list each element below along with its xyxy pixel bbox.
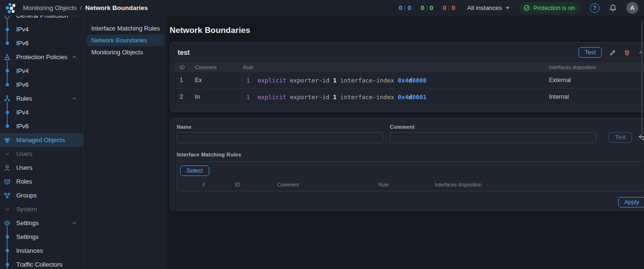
subnav: Interface Matching RulesNetwork Boundari… (83, 16, 167, 269)
cell-id: 1 (180, 77, 195, 83)
imr-column-header-interfaces-disposition: Interfaces disposition (435, 180, 482, 189)
sidebar-item-ipv4[interactable]: IPv4 (0, 105, 83, 119)
bullet-dot-icon (3, 111, 11, 114)
breadcrumb-parent[interactable]: Monitoring Objects (23, 4, 77, 11)
subnav-item-interface-matching-rules[interactable]: Interface Matching Rules (86, 22, 164, 34)
bell-icon[interactable] (609, 4, 617, 12)
delete-trash-icon[interactable] (623, 49, 631, 56)
chevron-down-icon (3, 151, 11, 157)
table-row[interactable]: 1Ex1explicit exporter-id 1 interface-ind… (175, 72, 644, 89)
comment-input[interactable] (390, 132, 596, 143)
sidebar-item-ipv4[interactable]: IPv4 (0, 64, 83, 78)
managed-objects-icon (3, 136, 11, 144)
bullet-dot-icon (3, 41, 11, 45)
chevron-up-icon (71, 16, 77, 19)
sidebar-group-users[interactable]: Users (0, 147, 83, 161)
sidebar-item-settings[interactable]: Settings (0, 230, 83, 244)
edit-pencil-icon[interactable] (609, 49, 616, 56)
avatar[interactable]: A (626, 2, 638, 14)
chevron-up-icon (71, 95, 77, 102)
sidebar-item-label: Users (16, 150, 32, 157)
imr-section-label: Interface Matching Rules (177, 152, 644, 157)
policies-icon (3, 53, 11, 61)
sidebar-item-label: IPv6 (16, 123, 29, 130)
boundary-name: test (178, 49, 190, 56)
sidebar-item-instances[interactable]: Instances (0, 244, 83, 258)
apply-row: Apply (177, 197, 644, 207)
roles-icon (3, 178, 11, 186)
editor-form-actions: Test (609, 132, 644, 143)
bullet-dot-icon (3, 263, 11, 266)
name-field: Name (177, 124, 383, 143)
imr-column-header-index: # (202, 180, 205, 189)
subnav-item-monitoring-objects[interactable]: Monitoring Objects (86, 46, 164, 58)
instances-dropdown[interactable]: All instances (467, 4, 510, 11)
help-icon[interactable]: ? (590, 3, 600, 13)
settings-icon (3, 219, 11, 227)
sidebar-item-rules[interactable]: Rules (0, 92, 83, 105)
check-circle-icon (523, 4, 530, 11)
column-header-rule: Rule (243, 64, 549, 70)
sidebar-item-label: Roles (16, 178, 32, 185)
imr-column-header-id: ID (235, 180, 240, 189)
sidebar-item-roles[interactable]: Roles (0, 175, 83, 188)
test-boundary-button[interactable]: Test (579, 47, 602, 58)
sidebar-list: General ProtectionIPv4IPv6Protection Pol… (0, 16, 83, 269)
sidebar-item-managed-objects[interactable]: Managed Objects (0, 133, 83, 147)
sidebar-item-label: Managed Objects (16, 136, 65, 144)
sidebar-item-label: IPv4 (16, 67, 29, 74)
scrollbar-thumb[interactable] (641, 20, 643, 136)
app-logo-icon[interactable] (5, 2, 17, 14)
sidebar-item-ipv6[interactable]: IPv6 (0, 78, 83, 92)
sidebar-item-protection-policies[interactable]: Protection Policies (0, 50, 83, 64)
protection-status-badge[interactable]: Protection is on (519, 2, 581, 14)
sidebar-item-label: IPv4 (16, 109, 29, 116)
cell-id: 2 (180, 93, 195, 100)
content-shell: General ProtectionIPv4IPv6Protection Pol… (0, 16, 644, 269)
sidebar-item-label: Users (16, 164, 32, 171)
sidebar-item-ipv6[interactable]: IPv6 (0, 119, 83, 133)
counter-red[interactable]: 00 (443, 4, 455, 11)
sidebar-item-groups[interactable]: Groups (0, 188, 83, 202)
test-form-button[interactable]: Test (609, 132, 632, 143)
sidebar-item-label: IPv6 (16, 81, 29, 88)
comment-label: Comment (390, 124, 596, 130)
chevron-down-icon (505, 7, 510, 10)
sidebar-item-general-protection[interactable]: General Protection (0, 16, 83, 22)
bullet-dot-icon (3, 83, 11, 86)
sidebar-item-users[interactable]: Users (0, 161, 83, 175)
sidebar-item-label: General Protection (16, 16, 68, 19)
sidebar-item-label: Settings (16, 233, 39, 240)
name-label: Name (177, 124, 383, 130)
sidebar-item-label: System (16, 206, 37, 213)
groups-icon (3, 192, 11, 199)
sidebar-item-label: Traffic Collectors (16, 261, 63, 268)
name-input[interactable] (177, 132, 383, 143)
sidebar-item-traffic-collectors[interactable]: Traffic Collectors (0, 258, 83, 269)
subnav-item-network-boundaries[interactable]: Network Boundaries (86, 34, 164, 46)
column-header-comment: Comment (195, 64, 243, 70)
sidebar-group-system[interactable]: System (0, 202, 83, 216)
bullet-dot-icon (3, 249, 11, 252)
apply-button[interactable]: Apply (618, 197, 644, 207)
column-header-interfaces-disposition: Interfaces disposition (549, 64, 644, 70)
boundary-rules-table: IDCommentRuleInterfaces disposition1Ex1e… (175, 62, 644, 105)
user-icon (3, 164, 11, 172)
select-button[interactable]: Select (180, 166, 209, 176)
status-counters: 000000 (399, 4, 455, 11)
page-title: Network Boundaries (170, 26, 644, 35)
topbar-right: 000000 All instances Protection is on ? (399, 2, 638, 14)
sidebar-item-settings[interactable]: Settings (0, 216, 83, 230)
breadcrumb-separator: / (80, 4, 82, 11)
sidebar-item-ipv6[interactable]: IPv6 (0, 36, 83, 50)
counter-blue[interactable]: 00 (399, 4, 411, 11)
counter-green[interactable]: 00 (421, 4, 433, 11)
table-row[interactable]: 2In1explicit exporter-id 1 interface-ind… (175, 89, 644, 105)
sidebar-item-ipv4[interactable]: IPv4 (0, 22, 83, 36)
app-window: Monitoring Objects / Network Boundaries … (0, 0, 644, 269)
sidebar-item-label: Groups (16, 192, 37, 199)
cell-rule: 1explicit exporter-id 1 interface-index … (243, 93, 549, 101)
instances-dropdown-label: All instances (467, 4, 502, 11)
column-header-id: ID (180, 64, 195, 70)
shield-icon (3, 16, 11, 20)
